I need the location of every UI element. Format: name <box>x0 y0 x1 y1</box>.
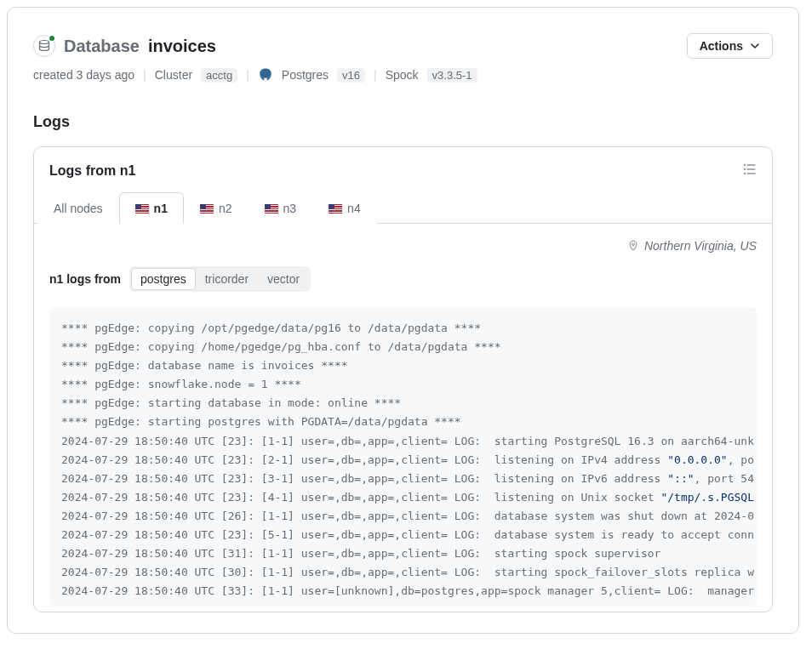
cluster-badge[interactable]: acctg <box>201 68 237 83</box>
resource-type-label: Database <box>64 37 140 56</box>
log-line: **** pgEdge: starting database in mode: … <box>61 394 745 413</box>
svg-point-5 <box>745 169 746 170</box>
log-line: 2024-07-29 18:50:40 UTC [23]: [2-1] user… <box>61 451 745 470</box>
log-line: **** pgEdge: starting postgres with PGDA… <box>61 413 745 431</box>
node-tabs: All nodes n1 n2 n3 n4 <box>34 191 772 224</box>
log-line: **** pgEdge: copying /opt/pgedge/data/pg… <box>61 319 745 338</box>
svg-point-4 <box>745 165 746 166</box>
log-source-pills: postgres tricorder vector <box>129 266 311 292</box>
postgres-label: Postgres <box>282 68 329 82</box>
pill-tricorder[interactable]: tricorder <box>197 269 257 289</box>
postgres-version-badge: v16 <box>337 68 365 83</box>
flag-icon <box>265 204 278 214</box>
log-line: 2024-07-29 18:50:40 UTC [23]: [3-1] user… <box>61 470 745 488</box>
log-line: 2024-07-29 18:50:40 UTC [23]: [5-1] user… <box>61 526 745 544</box>
location-icon <box>627 240 639 252</box>
chevron-down-icon <box>750 41 760 51</box>
flag-icon <box>329 204 342 214</box>
tab-n3[interactable]: n3 <box>249 192 313 224</box>
flag-icon <box>135 204 149 214</box>
log-line: **** pgEdge: snowflake.node = 1 **** <box>61 375 745 394</box>
svg-point-7 <box>632 243 635 246</box>
log-line: **** pgEdge: database name is invoices *… <box>61 356 745 375</box>
log-line: **** pgEdge: copying /home/pgedge/pg_hba… <box>61 338 745 356</box>
actions-button[interactable]: Actions <box>687 33 773 59</box>
spock-label: Spock <box>386 68 419 82</box>
pill-vector[interactable]: vector <box>259 269 308 289</box>
log-output[interactable]: **** pgEdge: copying /opt/pgedge/data/pg… <box>49 307 757 607</box>
log-line: 2024-07-29 18:50:40 UTC [23]: [1-1] user… <box>61 432 745 451</box>
tab-n2[interactable]: n2 <box>184 192 249 224</box>
filter-label: n1 logs from <box>49 272 121 286</box>
tab-n1[interactable]: n1 <box>119 192 184 224</box>
tab-all-nodes[interactable]: All nodes <box>37 192 119 224</box>
log-line: 2024-07-29 18:50:40 UTC [33]: [1-1] user… <box>61 582 745 601</box>
tab-n4[interactable]: n4 <box>312 192 377 224</box>
database-icon <box>33 35 55 57</box>
resource-name: invoices <box>148 37 216 56</box>
log-line: 2024-07-29 18:50:40 UTC [26]: [1-1] user… <box>61 507 745 526</box>
log-line: 2024-07-29 18:50:40 UTC [30]: [1-1] user… <box>61 563 745 582</box>
log-line: 2024-07-29 18:50:40 UTC [23]: [4-1] user… <box>61 488 745 507</box>
postgres-icon <box>258 67 273 83</box>
spock-version-badge: v3.3.5-1 <box>427 68 477 83</box>
flag-icon <box>200 204 214 214</box>
created-text: created 3 days ago <box>33 68 134 82</box>
location-text: Northern Virginia, US <box>644 239 757 253</box>
svg-point-0 <box>40 41 49 44</box>
list-icon[interactable] <box>743 162 757 179</box>
log-line: 2024-07-29 18:50:40 UTC [31]: [1-1] user… <box>61 544 745 563</box>
section-title: Logs <box>33 113 773 131</box>
panel-title: Logs from n1 <box>49 163 135 179</box>
status-dot <box>48 34 56 43</box>
cluster-label: Cluster <box>155 68 192 82</box>
svg-point-6 <box>745 174 746 174</box>
logs-panel: Logs from n1 All nodes n1 n2 n3 n4 North… <box>33 146 773 612</box>
pill-postgres[interactable]: postgres <box>132 269 195 289</box>
actions-button-label: Actions <box>700 39 743 53</box>
